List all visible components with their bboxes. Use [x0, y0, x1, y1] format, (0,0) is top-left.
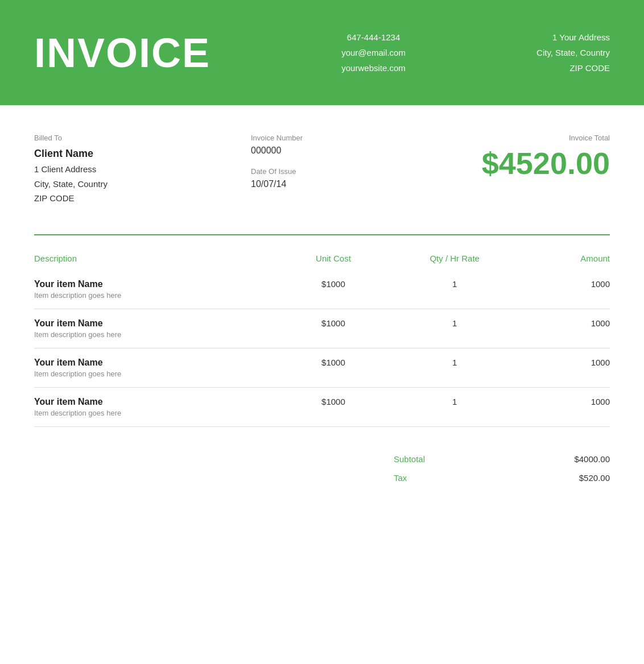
- header-contact-info: 647-444-1234 your@email.com yourwebsite.…: [341, 30, 406, 76]
- invoice-number-label: Invoice Number: [251, 134, 393, 142]
- invoice-title: INVOICE: [34, 30, 210, 76]
- item-desc: Item description goes here: [34, 370, 283, 378]
- invoice-document: INVOICE 647-444-1234 your@email.com your…: [0, 0, 644, 664]
- col-header-description: Description: [34, 247, 283, 270]
- item-name: Your item Name: [34, 397, 283, 407]
- invoice-header: INVOICE 647-444-1234 your@email.com your…: [0, 0, 644, 105]
- header-address-zip: ZIP CODE: [536, 60, 610, 76]
- table-header-row: Description Unit Cost Qty / Hr Rate Amou…: [34, 247, 610, 270]
- invoice-total-amount: $4520.00: [439, 147, 610, 180]
- subtotal-value: $4000.00: [574, 454, 610, 464]
- item-unit-cost: $1000: [283, 270, 383, 309]
- date-value: 10/07/14: [251, 179, 393, 189]
- invoice-total-block: Invoice Total $4520.00: [439, 134, 610, 206]
- invoice-total-label: Invoice Total: [439, 134, 610, 142]
- header-address-info: 1 Your Address City, State, Country ZIP …: [536, 30, 610, 76]
- invoice-number-value: 000000: [251, 146, 393, 156]
- item-description-cell: Your item Name Item description goes her…: [34, 387, 283, 426]
- item-amount: 1000: [526, 348, 610, 387]
- tax-row: Tax $520.00: [394, 468, 610, 487]
- item-qty: 1: [383, 270, 526, 309]
- item-desc: Item description goes here: [34, 291, 283, 300]
- totals-section: Subtotal $4000.00 Tax $520.00: [34, 450, 610, 487]
- section-divider: [34, 234, 610, 235]
- subtotal-row: Subtotal $4000.00: [394, 450, 610, 468]
- col-header-unit-cost: Unit Cost: [283, 247, 383, 270]
- invoice-items-body: Your item Name Item description goes her…: [34, 270, 610, 427]
- table-row: Your item Name Item description goes her…: [34, 270, 610, 309]
- tax-value: $520.00: [579, 473, 610, 483]
- subtotal-label: Subtotal: [394, 454, 425, 464]
- client-address1: 1 Client Address: [34, 162, 205, 177]
- item-name: Your item Name: [34, 358, 283, 368]
- client-zip: ZIP CODE: [34, 191, 205, 206]
- table-row: Your item Name Item description goes her…: [34, 348, 610, 387]
- table-row: Your item Name Item description goes her…: [34, 387, 610, 426]
- item-amount: 1000: [526, 387, 610, 426]
- date-label: Date Of Issue: [251, 167, 393, 176]
- item-qty: 1: [383, 387, 526, 426]
- item-name: Your item Name: [34, 318, 283, 329]
- tax-label: Tax: [394, 473, 407, 483]
- table-row: Your item Name Item description goes her…: [34, 309, 610, 348]
- totals-table: Subtotal $4000.00 Tax $520.00: [394, 450, 610, 487]
- col-header-qty: Qty / Hr Rate: [383, 247, 526, 270]
- item-name: Your item Name: [34, 279, 283, 289]
- client-name: Client Name: [34, 148, 205, 160]
- item-qty: 1: [383, 348, 526, 387]
- item-description-cell: Your item Name Item description goes her…: [34, 270, 283, 309]
- item-qty: 1: [383, 309, 526, 348]
- client-address2: City, State, Country: [34, 177, 205, 192]
- header-email: your@email.com: [341, 45, 406, 60]
- billed-to-label: Billed To: [34, 134, 205, 142]
- item-description-cell: Your item Name Item description goes her…: [34, 348, 283, 387]
- item-desc: Item description goes here: [34, 330, 283, 339]
- item-unit-cost: $1000: [283, 348, 383, 387]
- invoice-body: Billed To Client Name 1 Client Address C…: [0, 105, 644, 516]
- header-address-line1: 1 Your Address: [536, 30, 610, 45]
- col-header-amount: Amount: [526, 247, 610, 270]
- invoice-table: Description Unit Cost Qty / Hr Rate Amou…: [34, 247, 610, 427]
- item-description-cell: Your item Name Item description goes her…: [34, 309, 283, 348]
- item-desc: Item description goes here: [34, 409, 283, 417]
- header-website: yourwebsite.com: [341, 60, 406, 76]
- item-unit-cost: $1000: [283, 387, 383, 426]
- item-amount: 1000: [526, 270, 610, 309]
- header-address-line2: City, State, Country: [536, 45, 610, 60]
- invoice-details-block: Invoice Number 000000 Date Of Issue 10/0…: [251, 134, 393, 206]
- billed-to-block: Billed To Client Name 1 Client Address C…: [34, 134, 205, 206]
- item-amount: 1000: [526, 309, 610, 348]
- item-unit-cost: $1000: [283, 309, 383, 348]
- billing-section: Billed To Client Name 1 Client Address C…: [34, 134, 610, 206]
- header-phone: 647-444-1234: [341, 30, 406, 45]
